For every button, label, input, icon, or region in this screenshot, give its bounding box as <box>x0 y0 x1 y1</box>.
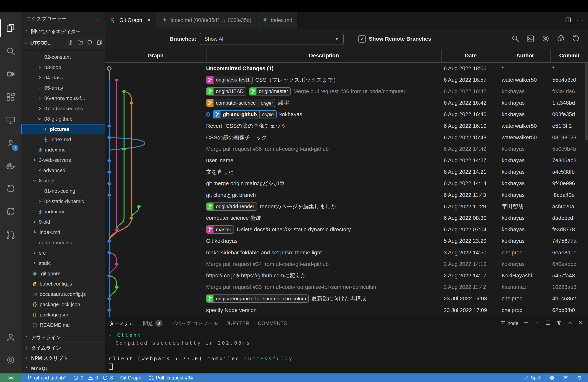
new-folder-icon[interactable] <box>77 39 83 47</box>
tree-folder-node-modules[interactable]: node_modules <box>21 237 105 248</box>
graph-terminal-icon[interactable] <box>526 34 535 43</box>
show-remote-branches[interactable]: ✓ Show Remote Branches <box>358 35 431 42</box>
maximize-panel-icon[interactable] <box>567 319 573 327</box>
graph-search-icon[interactable] <box>511 34 520 43</box>
branch-badge-origin/css-test1[interactable]: origin/css-test1 <box>206 76 252 84</box>
activitybar-settings[interactable] <box>0 349 21 371</box>
account-icon <box>6 332 16 342</box>
tree-folder-07-advanced-css[interactable]: 07-advanced-css <box>21 104 105 114</box>
tree-folder-08-git-github[interactable]: 08-git-github <box>21 114 105 124</box>
branch-badge-master[interactable]: master <box>206 225 234 233</box>
tree-file-docusaurus-config-js[interactable]: JSdocusaurus.config.js <box>21 289 105 299</box>
tree-folder-01-not-coding[interactable]: 01-not-coding <box>21 186 105 196</box>
tree-folder-static[interactable]: static <box>21 258 105 268</box>
commit-author: kokhayas <box>500 88 550 95</box>
activitybar-docker[interactable] <box>0 154 21 177</box>
activitybar-remote-explorer[interactable] <box>0 108 21 131</box>
tree-folder-02-constant[interactable]: 02-constant <box>21 52 105 62</box>
tree-folder-8-other[interactable]: 8-other <box>21 176 105 186</box>
tree-folder-05-array[interactable]: 05-array <box>21 83 105 93</box>
sidebar-section-タイムライン[interactable]: タイムライン <box>21 342 105 353</box>
sidebar-section-NPM スクリプト[interactable]: NPM スクリプト <box>21 353 105 363</box>
branch-badge-origin/add-render[interactable]: origin/add-render <box>206 202 257 211</box>
tree-file-index-md[interactable]: index.md <box>21 134 105 145</box>
sidebar-section-アウトライン[interactable]: アウトライン <box>21 332 105 342</box>
terminal-tab-デバッグ コンソール[interactable]: デバッグ コンソール <box>171 317 218 329</box>
branch-badge-computer-science[interactable]: computer-scienceorigin <box>206 99 275 107</box>
git-graph-status-button[interactable]: Git Graph <box>120 375 141 381</box>
tree-file-package-lock-json[interactable]: {}package-lock.json <box>21 299 105 310</box>
tree-folder-04-class[interactable]: 04-class <box>21 73 105 83</box>
tree-folder-4-advanced[interactable]: 4-advanced <box>21 165 105 176</box>
notifications-status[interactable] <box>576 375 582 381</box>
open-editors-section[interactable]: 開いているエディター <box>21 26 105 37</box>
tree-file-package-json[interactable]: {}package.json <box>21 310 105 320</box>
github-status[interactable] <box>549 375 555 381</box>
editor-more-icon[interactable]: ··· <box>577 17 583 24</box>
branch-status[interactable]: git-and-github* <box>27 375 66 381</box>
tree-file--gitignore[interactable]: .gitignore <box>21 268 105 279</box>
explorer-more-icon[interactable]: ··· <box>93 15 100 22</box>
tree-file-index-md[interactable]: index.md <box>21 145 105 155</box>
tree-folder-pictures[interactable]: pictures <box>21 124 105 134</box>
graph-settings-icon[interactable] <box>541 34 550 43</box>
branches-dropdown[interactable]: Show All ▼ <box>200 33 344 45</box>
section-label: アウトライン <box>31 334 61 341</box>
close-icon[interactable]: ✕ <box>147 17 151 23</box>
split-terminal-icon[interactable] <box>545 319 551 327</box>
tab-git[interactable]: Git Graph✕ <box>105 12 156 29</box>
tree-file-babel-config-js[interactable]: Bbabel.config.js <box>21 279 105 289</box>
tree-folder-01-inspector[interactable]: 01-inspector <box>21 49 105 52</box>
tab-index.md[interactable]: index.md <box>257 12 298 29</box>
branch-badge-origin/reorganize-for-summer-curriculum[interactable]: origin/reorganize-for-summer-curriculum <box>206 295 309 303</box>
activitybar-accounts-badge[interactable]: 1 <box>0 131 21 154</box>
refresh-explorer-icon[interactable] <box>87 39 93 47</box>
collapse-folders-icon[interactable] <box>96 39 103 47</box>
activitybar-extensions[interactable] <box>0 85 21 108</box>
sidebar-section-MYSQL[interactable]: MYSQL <box>21 363 105 373</box>
new-file-icon[interactable] <box>67 39 74 47</box>
branch-badge-origin/master[interactable]: origin/master <box>249 87 291 95</box>
spell-checker-status[interactable]: ✓ Spell <box>525 375 541 381</box>
tree-folder-9-old[interactable]: 9-old <box>21 217 105 227</box>
workspace-section-header[interactable]: UTCOD... <box>21 37 105 49</box>
shell-selector[interactable]: node <box>500 320 518 326</box>
close-panel-icon[interactable] <box>578 319 584 327</box>
split-editor-icon[interactable] <box>565 16 572 24</box>
terminal-tab-COMMENTS[interactable]: COMMENTS <box>258 317 287 329</box>
checkbox-checked-icon[interactable]: ✓ <box>358 35 366 42</box>
tree-file-readme-md[interactable]: README.md <box>21 320 105 330</box>
tree-folder-3-web-servers[interactable]: 3-web-servers <box>21 155 105 165</box>
graph-refresh-icon[interactable] <box>572 34 580 43</box>
terminal-dropdown-icon[interactable] <box>534 319 540 327</box>
tab-index.md[interactable]: index.md (003fe35d^ ↔ 003fe35d) <box>156 12 257 29</box>
terminal-output[interactable]: ✓ ClientCompiled successfully in 202.08m… <box>105 329 588 373</box>
scrollbar-thumb[interactable] <box>585 63 588 140</box>
remote-indicator[interactable]: >< <box>0 373 21 382</box>
activitybar-account[interactable] <box>0 326 21 349</box>
tree-file-index-md[interactable]: index.md <box>21 207 105 217</box>
tree-file-index-md[interactable]: index.md <box>21 227 105 237</box>
activitybar-github[interactable] <box>0 200 21 223</box>
branch-badge-origin/HEAD[interactable]: origin/HEAD <box>206 87 246 95</box>
problems-status[interactable]: 0 0 8 <box>73 375 113 381</box>
tree-folder-06-anonymous-f-[interactable]: 06-anonymous-f... <box>21 93 105 104</box>
graph-fetch-icon[interactable] <box>556 34 565 43</box>
tree-folder-03-loop[interactable]: 03-loop <box>21 62 105 73</box>
new-terminal-icon[interactable] <box>523 319 529 327</box>
activitybar-run-and-debug[interactable] <box>0 63 21 85</box>
feedback-status[interactable] <box>563 375 568 381</box>
terminal-tab-JUPYTER[interactable]: JUPYTER <box>226 317 249 329</box>
chevron-down-icon <box>24 41 29 45</box>
tree-folder-src[interactable]: src <box>21 248 105 258</box>
activitybar-search[interactable] <box>0 40 21 63</box>
activitybar-explorer[interactable] <box>0 17 21 40</box>
terminal-tab-ターミナル[interactable]: ターミナル <box>109 317 135 329</box>
pull-request-status[interactable]: Pull Request #34 <box>149 375 193 381</box>
terminal-tab-問題[interactable]: 問題8 <box>143 317 162 329</box>
activitybar-discard[interactable] <box>0 177 21 200</box>
branch-badge-git-and-github[interactable]: git-and-githuborigin <box>213 110 276 118</box>
activitybar-pull-requests[interactable] <box>0 223 21 246</box>
kill-terminal-icon[interactable] <box>556 319 562 327</box>
tree-folder-02-static-dynamic[interactable]: 02-static-dynamic <box>21 196 105 207</box>
